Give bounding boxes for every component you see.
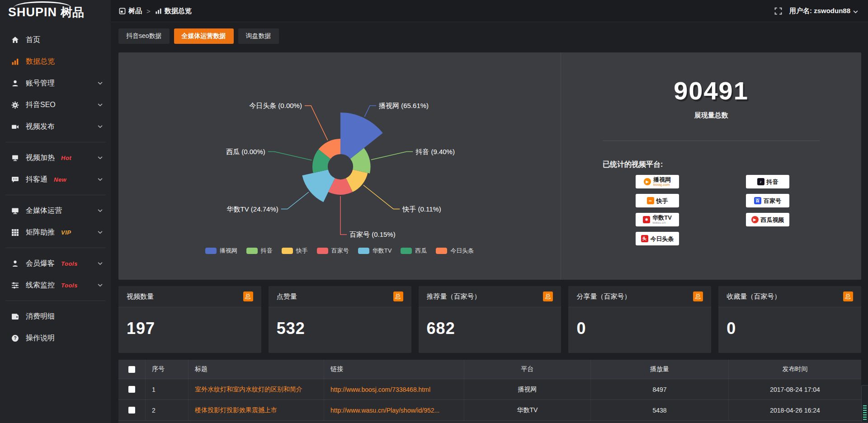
row-select-cell xyxy=(118,379,146,400)
legend-item-4[interactable]: 华数TV xyxy=(358,247,392,255)
sidebar-item-wallet[interactable]: 消费明细 xyxy=(0,306,111,327)
chevron-down-icon xyxy=(853,10,858,14)
sidebar-item-label: 数据总览 xyxy=(26,57,55,66)
total-badge[interactable]: 总 xyxy=(693,291,703,301)
stat-card-value: 682 xyxy=(419,307,561,338)
summary-panel: 90491 展现量总数 已统计的视频平台: ▶播视网boosj.com∞快手✱华… xyxy=(561,52,861,280)
question-icon: ? xyxy=(11,334,19,342)
video-title-link[interactable]: 室外水纹灯和室内水纹灯的区别和简介 xyxy=(195,385,302,394)
wallet-icon xyxy=(11,313,19,320)
cell-platform: 华数TV xyxy=(464,400,591,420)
platform-badge-0-3: 头今日头条 xyxy=(636,232,679,245)
stat-card-header: 分享量（百家号）总 xyxy=(568,286,711,307)
sidebar-item-grid[interactable]: 矩阵助推VIP xyxy=(0,221,111,243)
total-badge[interactable]: 总 xyxy=(243,291,253,301)
sidebar-item-label: 首页 xyxy=(26,35,40,45)
breadcrumb-current[interactable]: 数据总览 xyxy=(165,7,192,15)
row-select-cell xyxy=(118,400,146,420)
legend-item-6[interactable]: 今日头条 xyxy=(436,247,474,255)
video-table: 序号 标题 链接 平台 播放量 发布时间 1室外水纹灯和室内水纹灯的区别和简介h… xyxy=(118,360,861,423)
pie-label-4: 华数TV (24.74%) xyxy=(226,205,278,213)
stat-card-title: 点赞量 xyxy=(277,292,297,301)
stat-card-4: 收藏量（百家号）总0 xyxy=(718,286,861,353)
row-checkbox[interactable] xyxy=(128,386,135,393)
chart-legend: 播视网抖音快手百家号华数TV西瓜今日头条 xyxy=(118,247,561,255)
platform-column-1: ♪抖音百百家号▶西瓜视频 xyxy=(746,175,789,245)
pie-label-line-2 xyxy=(363,185,400,209)
sidebar-item-home[interactable]: 首页 xyxy=(0,29,111,51)
video-url-link[interactable]: http://www.wasu.cn/Play/show/id/952... xyxy=(330,407,439,414)
cell-plays: 5438 xyxy=(591,400,729,420)
legend-item-0[interactable]: 播视网 xyxy=(205,247,237,255)
gear-icon xyxy=(11,101,19,109)
total-badge[interactable]: 总 xyxy=(543,291,553,301)
header-time: 发布时间 xyxy=(729,360,861,379)
tab-2[interactable]: 询盘数据 xyxy=(238,28,279,44)
stat-card-title: 收藏量（百家号） xyxy=(726,292,781,301)
platform-badge-1-2: ▶西瓜视频 xyxy=(746,213,789,226)
chat-icon xyxy=(11,176,19,183)
pie-label-6: 今日头条 (0.00%) xyxy=(249,102,302,109)
total-badge[interactable]: 总 xyxy=(393,291,403,301)
legend-item-2[interactable]: 快手 xyxy=(282,247,308,255)
video-title-link[interactable]: 楼体投影灯投影效果震撼上市 xyxy=(195,406,277,414)
video-url-link[interactable]: http://www.boosj.com/7338468.html xyxy=(330,386,430,393)
sidebar-item-question[interactable]: ?操作说明 xyxy=(0,327,111,349)
page-scrollbar[interactable] xyxy=(861,385,868,423)
legend-label: 百家号 xyxy=(331,247,349,255)
header-plays: 播放量 xyxy=(591,360,729,379)
cell-time: 2017-08-24 17:04 xyxy=(729,379,861,400)
sidebar-item-chat[interactable]: 抖客通New xyxy=(0,169,111,190)
cell-seq: 2 xyxy=(146,400,189,420)
sidebar-divider xyxy=(5,195,105,195)
doc-icon xyxy=(119,8,126,14)
scrollbar-stripes xyxy=(863,405,867,420)
sidebar-item-gear[interactable]: 抖音SEO xyxy=(0,94,111,116)
monitor-icon xyxy=(11,207,19,215)
sidebar-item-bars[interactable]: 数据总览 xyxy=(0,51,111,72)
breadcrumb-root[interactable]: 树品 xyxy=(128,7,142,15)
legend-swatch xyxy=(282,248,293,254)
fullscreen-icon[interactable] xyxy=(774,7,782,15)
legend-item-3[interactable]: 百家号 xyxy=(317,247,349,255)
user-icon xyxy=(11,80,19,87)
sidebar-item-monitor[interactable]: 全媒体运营 xyxy=(0,200,111,221)
pie-slice-4[interactable] xyxy=(302,169,335,202)
sidebar-item-user[interactable]: 账号管理 xyxy=(0,72,111,94)
platform-badge-0-2: ✱华数TVwasu.cn xyxy=(636,213,679,226)
sidebar-item-badge: Hot xyxy=(61,155,71,161)
tab-1[interactable]: 全媒体运营数据 xyxy=(174,28,234,44)
user-menu[interactable]: 用户名: zswodun88 xyxy=(789,7,858,15)
platform-name: 华数TV xyxy=(652,215,672,221)
app-logo: SHUPIN 树品 xyxy=(0,0,111,22)
chevron-down-icon xyxy=(98,81,103,85)
sidebar-item-person[interactable]: 会员爆客Tools xyxy=(0,253,111,274)
row-checkbox[interactable] xyxy=(128,407,135,414)
username-label: 用户名: zswodun88 xyxy=(789,7,850,15)
sidebar-item-video[interactable]: 视频发布 xyxy=(0,116,111,137)
platform-name: 快手 xyxy=(656,198,668,204)
play-logo-icon: ▶ xyxy=(751,216,759,223)
platform-badge-1-1: 百百家号 xyxy=(746,194,789,207)
sidebar: 首页数据总览账号管理抖音SEO视频发布视频加热Hot抖客通New全媒体运营矩阵助… xyxy=(0,22,111,423)
select-all-checkbox[interactable] xyxy=(128,366,135,373)
sidebar-item-screen[interactable]: 视频加热Hot xyxy=(0,147,111,169)
legend-item-5[interactable]: 西瓜 xyxy=(401,247,427,255)
sidebar-item-label: 消费明细 xyxy=(26,312,55,321)
platform-name: 百家号 xyxy=(764,198,781,204)
legend-swatch xyxy=(358,248,369,254)
tou-logo-icon: 头 xyxy=(641,235,648,242)
chevron-down-icon xyxy=(98,262,103,265)
pie-label-line-6 xyxy=(305,106,328,141)
cell-seq: 1 xyxy=(146,379,189,400)
sidebar-item-label: 视频发布 xyxy=(26,122,55,132)
table-row-partial xyxy=(118,421,861,423)
sidebar-item-badge: Tools xyxy=(61,282,78,289)
chevron-down-icon xyxy=(98,230,103,234)
breadcrumb-separator: > xyxy=(146,7,151,15)
tab-0[interactable]: 抖音seo数据 xyxy=(118,28,170,44)
platform-name: 西瓜视频 xyxy=(761,217,784,223)
total-badge[interactable]: 总 xyxy=(843,291,853,301)
sidebar-item-sliders[interactable]: 线索监控Tools xyxy=(0,274,111,296)
legend-item-1[interactable]: 抖音 xyxy=(246,247,273,255)
